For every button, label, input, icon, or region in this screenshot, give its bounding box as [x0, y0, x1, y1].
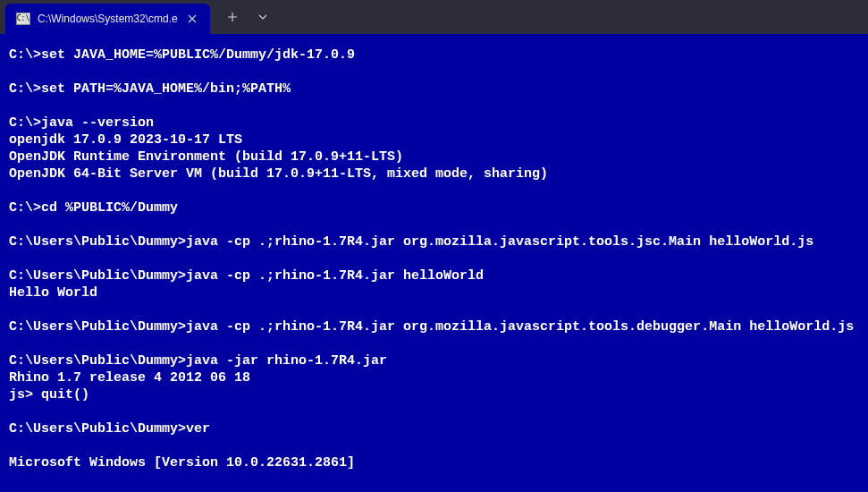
terminal-line: Microsoft Windows [Version 10.0.22631.28… — [9, 454, 859, 471]
chevron-down-icon — [257, 12, 268, 22]
terminal-line: C:\Users\Public\Dummy>java -cp .;rhino-1… — [9, 318, 859, 335]
terminal-line — [9, 64, 859, 81]
terminal-line — [9, 98, 859, 115]
terminal-line: C:\Users\Public\Dummy>java -jar rhino-1.… — [9, 352, 859, 369]
terminal-line: C:\Users\Public\Dummy>java -cp .;rhino-1… — [9, 267, 859, 284]
terminal-line: openjdk 17.0.9 2023-10-17 LTS — [9, 131, 859, 148]
terminal-line — [9, 182, 859, 199]
terminal-line — [9, 301, 859, 318]
terminal-line — [9, 335, 859, 352]
terminal-line: Hello World — [9, 284, 859, 301]
terminal-line — [9, 437, 859, 454]
terminal-line: js> quit() — [9, 386, 859, 403]
tab-dropdown-button[interactable] — [249, 4, 276, 30]
terminal-window: C:\ C:\Windows\System32\cmd.e C:\>set JA… — [0, 0, 868, 492]
close-tab-button[interactable] — [185, 12, 199, 26]
terminal-line: C:\>set JAVA_HOME=%PUBLIC%/Dummy/jdk-17.… — [9, 47, 859, 64]
terminal-line: Rhino 1.7 release 4 2012 06 18 — [9, 369, 859, 386]
terminal-line: OpenJDK 64-Bit Server VM (build 17.0.9+1… — [9, 165, 859, 182]
terminal-line — [9, 216, 859, 233]
terminal-line: C:\>cd %PUBLIC%/Dummy — [9, 199, 859, 216]
terminal-line — [9, 250, 859, 267]
tab-cmd[interactable]: C:\ C:\Windows\System32\cmd.e — [5, 4, 210, 34]
cmd-icon: C:\ — [16, 13, 30, 25]
terminal-line: C:\>java --version — [9, 115, 859, 131]
terminal-line: C:\>set PATH=%JAVA_HOME%/bin;%PATH% — [9, 81, 859, 98]
titlebar-controls — [210, 0, 285, 34]
terminal-line: C:\Users\Public\Dummy>ver — [9, 420, 859, 437]
titlebar: C:\ C:\Windows\System32\cmd.e — [0, 0, 868, 34]
terminal-line: C:\Users\Public\Dummy>java -cp .;rhino-1… — [9, 233, 859, 250]
new-tab-button[interactable] — [219, 4, 246, 30]
terminal-line — [9, 403, 859, 420]
close-icon — [188, 14, 197, 23]
plus-icon — [227, 12, 238, 22]
terminal-line: OpenJDK Runtime Environment (build 17.0.… — [9, 148, 859, 165]
tab-title: C:\Windows\System32\cmd.e — [38, 13, 178, 25]
terminal-body[interactable]: C:\>set JAVA_HOME=%PUBLIC%/Dummy/jdk-17.… — [0, 34, 868, 492]
